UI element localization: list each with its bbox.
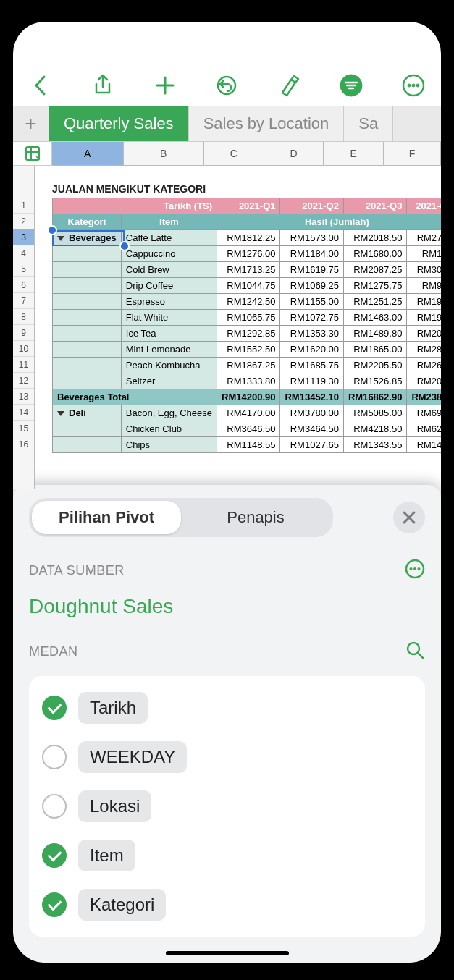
row-headers[interactable]: 1 2 3 4 5 6 7 8 9 10 11 12 13 14 15 16 [13,166,35,489]
value-cell[interactable]: RM2063 [407,326,441,342]
value-cell[interactable]: RM2087.25 [343,262,406,278]
item-cell[interactable]: Chips [121,437,217,453]
row-header[interactable]: 9 [13,325,34,341]
value-cell[interactable]: RM180 [407,246,441,262]
total-cell[interactable]: RM14200.90 [217,389,280,405]
group-cell[interactable] [53,326,122,342]
value-cell[interactable]: RM1680.00 [343,246,406,262]
item-cell[interactable]: Drip Coffee [121,278,217,294]
field-pill[interactable]: Item [78,840,135,871]
item-cell[interactable]: Peach Kombucha [121,358,217,373]
value-cell[interactable]: RM1685.75 [280,358,343,373]
value-cell[interactable]: RM1619.75 [280,262,343,278]
select-all-corner[interactable] [13,142,52,166]
row-header[interactable]: 11 [13,357,34,373]
field-checkbox[interactable] [42,696,67,720]
value-cell[interactable]: RM1044.75 [217,278,280,294]
field-row[interactable]: Tarikh [42,686,412,730]
value-cell[interactable]: RM1027.65 [280,437,343,453]
col-header-B[interactable]: B [124,142,204,165]
share-button[interactable] [88,71,117,100]
row-header[interactable]: 10 [13,341,34,357]
group-cell[interactable] [53,373,122,389]
value-cell[interactable]: RM1119.30 [280,373,343,389]
home-indicator[interactable] [166,951,289,955]
tab-quarterly-sales[interactable]: Quarterly Sales [49,106,189,141]
value-cell[interactable]: RM1867.25 [217,358,280,373]
field-checkbox[interactable] [42,892,67,917]
group-cell[interactable] [53,421,122,437]
total-cell[interactable]: RM13452.10 [280,389,343,405]
fields-search-button[interactable] [405,640,425,663]
col-header-F[interactable]: F [384,142,441,165]
data-source-name[interactable]: Doughnut Sales [29,595,425,618]
value-cell[interactable]: RM1353.30 [280,326,343,342]
format-button[interactable] [274,71,303,100]
value-cell[interactable]: RM1865.00 [343,342,406,358]
value-cell[interactable]: RM3464.50 [280,421,343,437]
value-cell[interactable]: RM4218.50 [343,421,406,437]
row-header[interactable]: 14 [13,405,34,421]
field-checkbox[interactable] [42,745,67,769]
data-source-more-button[interactable] [405,559,425,582]
value-cell[interactable]: RM1072.75 [280,310,343,326]
item-cell[interactable]: Chicken Club [121,421,217,437]
pivot-table[interactable]: Tarikh (TS) 2021-Q1 2021-Q2 2021-Q3 2021… [52,198,441,453]
total-cell[interactable]: RM16862.90 [343,389,406,405]
row-header[interactable]: 6 [13,277,34,293]
row-header[interactable]: 1 [13,198,34,214]
field-row[interactable]: Kategori [42,883,412,926]
disclosure-icon[interactable] [57,236,64,241]
value-cell[interactable]: RM1333.80 [217,373,280,389]
value-cell[interactable]: RM2682 [407,358,441,373]
value-cell[interactable]: RM2752 [407,230,441,246]
value-cell[interactable]: RM1184.00 [280,246,343,262]
segmented-control[interactable]: Pilihan Pivot Penapis [29,498,333,537]
value-cell[interactable]: RM2096 [407,373,441,389]
group-cell[interactable] [53,246,122,262]
item-cell[interactable]: Espresso [121,294,217,310]
group-cell[interactable] [53,342,122,358]
field-pill[interactable]: Tarikh [78,692,148,724]
value-cell[interactable]: RM1946 [407,294,441,310]
value-cell[interactable]: RM1275.75 [343,278,406,294]
add-sheet-button[interactable]: + [13,106,49,141]
col-header-E[interactable]: E [324,142,384,165]
value-cell[interactable]: RM1276.00 [217,246,280,262]
value-cell[interactable]: RM954 [407,278,441,294]
value-cell[interactable]: RM3646.50 [217,421,280,437]
value-cell[interactable]: RM1573.00 [280,230,343,246]
row-header[interactable]: 3 [13,229,34,245]
item-cell[interactable]: Cappuccino [121,246,217,262]
field-checkbox[interactable] [42,794,67,819]
value-cell[interactable]: RM6991 [407,405,441,421]
row-header[interactable]: 5 [13,261,34,277]
undo-button[interactable] [212,71,241,100]
group-cell[interactable] [53,358,122,373]
value-cell[interactable]: RM1242.50 [217,294,280,310]
spreadsheet[interactable]: A B C D E F 1 2 3 4 5 6 7 8 9 10 11 12 1… [13,142,441,489]
value-cell[interactable]: RM1155.00 [280,294,343,310]
value-cell[interactable]: RM5085.00 [343,405,406,421]
value-cell[interactable]: RM1065.75 [217,310,280,326]
row-header[interactable]: 8 [13,309,34,325]
item-cell[interactable]: Caffe Latte [121,230,217,246]
row-header[interactable]: 4 [13,245,34,261]
segment-filters[interactable]: Penapis [181,501,330,534]
value-cell[interactable]: RM1479 [407,437,441,453]
value-cell[interactable]: RM1463.00 [343,310,406,326]
value-cell[interactable]: RM3780.00 [280,405,343,421]
value-cell[interactable]: RM1069.25 [280,278,343,294]
value-cell[interactable]: RM1552.50 [217,342,280,358]
group-cell[interactable] [53,262,122,278]
value-cell[interactable]: RM1489.80 [343,326,406,342]
more-button[interactable] [399,71,428,100]
total-label[interactable]: Beverages Total [53,389,217,405]
field-pill[interactable]: Kategori [78,889,166,921]
value-cell[interactable]: RM6221 [407,421,441,437]
filter-button[interactable] [337,71,366,100]
total-cell[interactable]: RM23801 [407,389,441,405]
segment-pivot-options[interactable]: Pilihan Pivot [32,501,181,534]
col-header-C[interactable]: C [204,142,264,165]
value-cell[interactable]: RM2831 [407,342,441,358]
